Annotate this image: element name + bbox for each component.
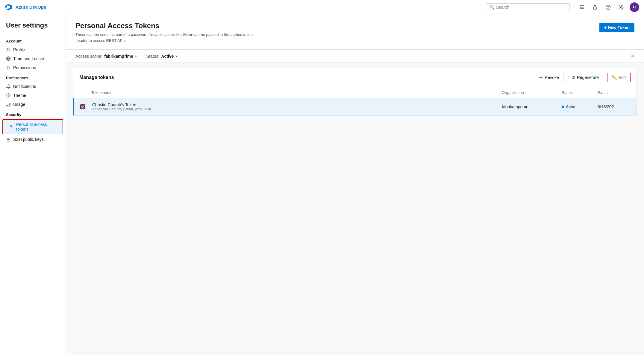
svg-point-8 [608,8,608,9]
svg-rect-16 [9,103,10,106]
token-org-cell: fabrikamprime [502,104,562,109]
new-token-button[interactable]: + New Token [599,23,634,32]
sidebar: User settings Account Profile Time and L… [0,14,66,355]
page-subtitle: These can be used instead of a password … [75,32,255,49]
sidebar-item-theme[interactable]: Theme [0,91,66,100]
sidebar-item-usage[interactable]: Usage [0,100,66,109]
col-exp-header: Ex... ↓ [598,90,631,95]
section-security: Security [0,109,66,119]
token-name-secondary: Advanced Security (Read, write, & m... [92,107,502,111]
revoke-button[interactable]: ↩ Revoke [535,73,563,82]
pat-icon [9,124,14,129]
filter-close-icon[interactable]: ✕ [631,53,634,59]
sidebar-item-time-locale[interactable]: Time and Locale [0,54,66,63]
svg-point-9 [621,6,622,8]
revoke-icon: ↩ [539,75,543,80]
avatar[interactable]: C [630,2,639,12]
svg-rect-4 [581,7,581,8]
col-org-header: Organization [502,90,562,95]
settings-icon[interactable] [616,2,626,12]
tokens-section: Manage tokens ↩ Revoke ↺ Regenerate ✏️ E… [73,68,637,116]
search-bar[interactable]: 🔍 [486,3,570,11]
sidebar-item-profile[interactable]: Profile [0,45,66,54]
svg-rect-14 [7,105,7,106]
token-name-cell: Christie Church's Token Advanced Securit… [92,102,502,111]
regenerate-icon: ↺ [572,75,575,80]
sidebar-item-permissions[interactable]: Permissions [0,63,66,72]
svg-rect-15 [8,104,9,106]
topnav: Azure DevOps 🔍 [0,0,644,14]
notifications-icon [6,84,11,89]
status-filter[interactable]: Status: Active ▾ [146,54,178,59]
sidebar-title: User settings [0,22,66,35]
svg-point-13 [8,66,8,66]
lock-icon[interactable] [590,2,600,12]
sort-icon[interactable]: ↓ [607,91,608,95]
scope-filter[interactable]: Access scope: fabrikamprime ▾ [75,54,137,59]
search-icon: 🔍 [489,5,494,10]
sidebar-item-notifications[interactable]: Notifications [0,82,66,91]
list-icon[interactable] [577,2,587,12]
scope-label: Access scope: [75,54,102,59]
svg-point-6 [595,7,595,8]
layout: User settings Account Profile Time and L… [0,14,644,355]
table-header-row: Token name Organization Status Ex... ↓ [73,87,637,98]
token-status-cell: Activ [562,104,598,109]
profile-icon [6,47,11,52]
globe-icon [6,56,11,61]
scope-value: fabrikamprime [104,54,133,59]
ssh-icon [6,137,11,142]
status-label: Status: [146,54,160,59]
filter-bar: Access scope: fabrikamprime ▾ Status: Ac… [66,50,644,63]
token-expiry-cell: 6/18/202 [598,104,631,109]
edit-button[interactable]: ✏️ Edit [607,73,631,82]
token-name-primary: Christie Church's Token [92,102,502,107]
page-title: Personal Access Tokens [75,22,255,30]
col-name-header: Token name [91,90,502,95]
theme-icon [6,93,11,98]
svg-point-10 [7,48,9,50]
section-preferences: Preferences [0,72,66,82]
help-icon[interactable] [603,2,613,12]
sidebar-item-pat[interactable]: Personal access tokens [3,120,63,134]
svg-rect-19 [7,140,10,141]
tokens-header: Manage tokens ↩ Revoke ↺ Regenerate ✏️ E… [73,68,637,87]
status-value: Active [161,54,174,59]
col-status-header: Status [562,90,598,95]
regenerate-button[interactable]: ↺ Regenerate [567,73,603,82]
scope-chevron-icon: ▾ [135,54,137,58]
svg-point-18 [10,126,11,127]
row-checkbox[interactable] [80,104,92,109]
table-row[interactable]: Christie Church's Token Advanced Securit… [73,98,637,115]
checkbox[interactable] [80,104,85,109]
section-account: Account [0,35,66,45]
status-dot [562,106,564,108]
page-header: Personal Access Tokens These can be used… [66,14,644,50]
topnav-icons: C [577,2,639,12]
svg-rect-3 [581,5,581,6]
main-content: Personal Access Tokens These can be used… [66,14,644,355]
sidebar-item-ssh[interactable]: SSH public keys [0,135,66,144]
usage-icon [6,102,11,107]
manage-tokens-title: Manage tokens [79,75,531,80]
app-logo[interactable]: Azure DevOps [5,3,46,11]
page-header-left: Personal Access Tokens These can be used… [75,22,255,49]
edit-icon: ✏️ [612,75,617,80]
permissions-icon [6,65,11,70]
status-chevron-icon: ▾ [175,54,177,58]
token-table: Token name Organization Status Ex... ↓ [73,87,637,115]
search-input[interactable] [496,5,566,10]
col-checkbox-header [79,90,91,95]
